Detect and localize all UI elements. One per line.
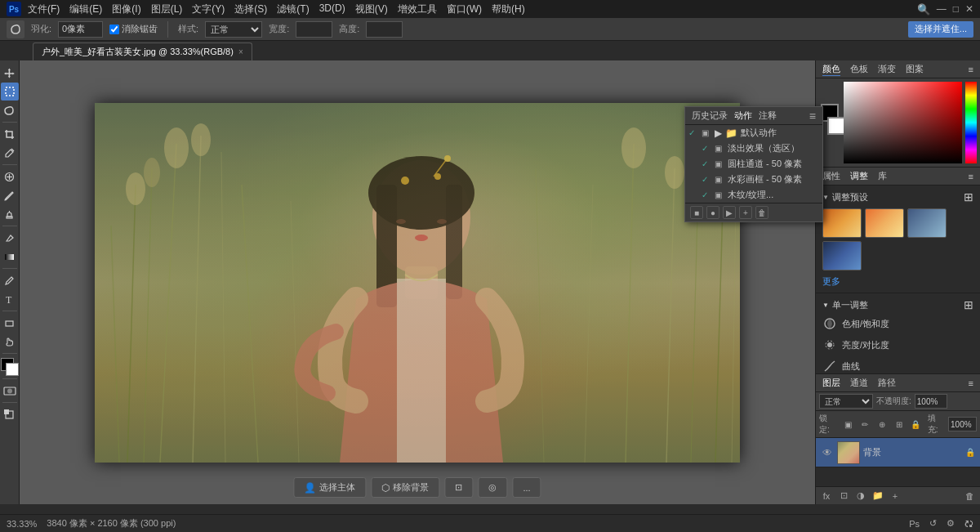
- menu-select[interactable]: 选择(S): [234, 2, 267, 16]
- gradient-tool[interactable]: [1, 248, 19, 266]
- swatches-tab[interactable]: 色板: [850, 63, 868, 75]
- patterns-tab[interactable]: 图案: [906, 63, 924, 75]
- presets-header[interactable]: ▼ 调整预设 ⊞: [816, 189, 980, 205]
- remove-bg-button[interactable]: ⬡ 移除背景: [371, 477, 439, 498]
- adjustments-tab[interactable]: 调整: [850, 170, 868, 182]
- menu-type[interactable]: 文字(Y): [192, 2, 225, 16]
- actions-panel-menu[interactable]: ≡: [809, 110, 816, 123]
- action-add-btn[interactable]: +: [739, 206, 752, 219]
- lock-paint-btn[interactable]: ✏: [858, 418, 873, 431]
- layer-item-background[interactable]: 👁 背景 🔒: [816, 438, 980, 467]
- menu-view[interactable]: 视图(V): [355, 2, 388, 16]
- layers-tab[interactable]: 图层: [822, 377, 840, 389]
- background-swatch[interactable]: [827, 117, 845, 135]
- screen-mode-tool[interactable]: [1, 405, 19, 423]
- action-delete-btn[interactable]: 🗑: [755, 206, 768, 219]
- action-item-1[interactable]: ✓ ▣ 淡出效果（选区）: [685, 141, 822, 156]
- lasso-tool[interactable]: [1, 101, 19, 119]
- pen-tool[interactable]: [1, 271, 19, 289]
- menu-3d[interactable]: 3D(D): [319, 2, 345, 16]
- shape-tool[interactable]: [1, 314, 19, 332]
- add-adjustment-btn[interactable]: ◑: [853, 490, 868, 503]
- add-group-btn[interactable]: 📁: [871, 490, 885, 503]
- lock-transparent-btn[interactable]: ▣: [841, 418, 856, 431]
- history-tab[interactable]: 历史记录: [692, 110, 728, 122]
- gradients-tab[interactable]: 渐变: [878, 63, 896, 75]
- opacity-input[interactable]: [915, 394, 947, 409]
- eyedropper-tool[interactable]: [1, 144, 19, 162]
- more-options-button[interactable]: ...: [512, 477, 541, 498]
- marquee-tool[interactable]: [1, 83, 19, 101]
- channels-tab[interactable]: 通道: [850, 377, 868, 389]
- layers-panel-more[interactable]: ≡: [969, 378, 973, 388]
- eraser-tool[interactable]: [1, 229, 19, 247]
- notes-tab[interactable]: 注释: [759, 110, 777, 122]
- layer-eye-icon[interactable]: 👁: [821, 447, 834, 458]
- crop-tool[interactable]: [1, 125, 19, 143]
- lock-position-btn[interactable]: ⊕: [875, 418, 889, 431]
- action-play-btn[interactable]: ▶: [723, 206, 736, 219]
- action-item-2[interactable]: ✓ ▣ 圆柱通道 - 50 像素: [685, 156, 822, 172]
- hand-tool[interactable]: [1, 333, 19, 351]
- adjust-grid-icon[interactable]: ⊞: [964, 298, 973, 311]
- feather-input[interactable]: [58, 21, 103, 38]
- blend-mode-select[interactable]: 正常 溶解 正片叠底: [819, 394, 873, 409]
- paths-tab[interactable]: 路径: [878, 377, 896, 389]
- action-group-default[interactable]: ✓ ▣ ▶ 📁 默认动作: [685, 125, 822, 141]
- menu-help[interactable]: 帮助(H): [492, 2, 525, 16]
- preset-thumb-2[interactable]: [865, 208, 904, 238]
- delete-layer-btn[interactable]: 🗑: [962, 490, 977, 503]
- add-layer-btn[interactable]: +: [888, 490, 902, 503]
- anti-alias-checkbox[interactable]: [109, 25, 119, 34]
- adjust-hue-sat[interactable]: 色相/饱和度: [816, 313, 980, 334]
- layer-name[interactable]: 背景: [863, 446, 962, 458]
- add-fx-btn[interactable]: fx: [819, 490, 834, 503]
- properties-tab[interactable]: 属性: [822, 170, 840, 182]
- width-input[interactable]: [296, 21, 332, 38]
- action-record-btn[interactable]: ●: [706, 206, 719, 219]
- adjust-panel-more[interactable]: ≡: [969, 172, 973, 181]
- single-adjust-header[interactable]: ▼ 单一调整 ⊞: [816, 297, 980, 313]
- preset-thumb-3[interactable]: [907, 208, 947, 238]
- actions-tab[interactable]: 动作: [734, 110, 752, 122]
- action-stop-btn[interactable]: ■: [690, 206, 703, 219]
- height-input[interactable]: [366, 21, 403, 38]
- preset-thumb-4[interactable]: [822, 241, 862, 270]
- move-tool[interactable]: [1, 64, 19, 82]
- color-panel-more[interactable]: ≡: [969, 65, 973, 74]
- select-mask-button[interactable]: 选择并遮住...: [908, 21, 973, 38]
- color-gradient-picker[interactable]: [844, 82, 962, 163]
- stamp-tool[interactable]: [1, 205, 19, 223]
- add-mask-btn[interactable]: ⊡: [836, 490, 851, 503]
- adjust-curves[interactable]: 曲线: [816, 355, 980, 373]
- style-select[interactable]: 正常 固定比例 固定大小: [205, 21, 262, 38]
- preset-thumb-1[interactable]: [822, 208, 862, 238]
- more-presets-link[interactable]: 更多: [822, 276, 840, 286]
- menu-plugins[interactable]: 增效工具: [398, 2, 437, 16]
- fill-input[interactable]: [948, 417, 977, 431]
- select-subject-button[interactable]: 👤 选择主体: [293, 477, 366, 498]
- background-color[interactable]: [6, 363, 19, 376]
- color-hue-bar[interactable]: [965, 82, 977, 163]
- brush-tool[interactable]: [1, 186, 19, 204]
- menu-filter[interactable]: 滤镜(T): [277, 2, 309, 16]
- menu-file[interactable]: 文件(F): [28, 2, 60, 16]
- libraries-tab[interactable]: 库: [878, 170, 887, 182]
- search-icon[interactable]: 🔍: [917, 3, 930, 16]
- menu-layer[interactable]: 图层(L): [151, 2, 183, 16]
- healing-tool[interactable]: [1, 168, 19, 186]
- lock-artboard-btn[interactable]: ⊞: [892, 418, 906, 431]
- tab-close-icon[interactable]: ×: [238, 47, 243, 56]
- quick-mask-tool[interactable]: [1, 382, 19, 400]
- maximize-btn[interactable]: □: [953, 3, 959, 15]
- presets-grid-icon[interactable]: ⊞: [964, 190, 973, 203]
- menu-image[interactable]: 图像(I): [112, 2, 140, 16]
- type-tool[interactable]: T: [1, 290, 19, 308]
- lasso-tool-icon[interactable]: [7, 20, 24, 38]
- action-item-3[interactable]: ✓ ▣ 水彩画框 - 50 像素: [685, 172, 822, 187]
- lock-all-btn[interactable]: 🔒: [908, 418, 923, 431]
- action-item-4[interactable]: ✓ ▣ 木纹/纹理...: [685, 187, 822, 203]
- document-tab[interactable]: 户外_唯美_好看古装美女.jpg @ 33.33%(RGB/8) ×: [33, 42, 252, 60]
- mask-button[interactable]: ⊡: [444, 477, 473, 498]
- close-btn[interactable]: ✕: [965, 3, 973, 15]
